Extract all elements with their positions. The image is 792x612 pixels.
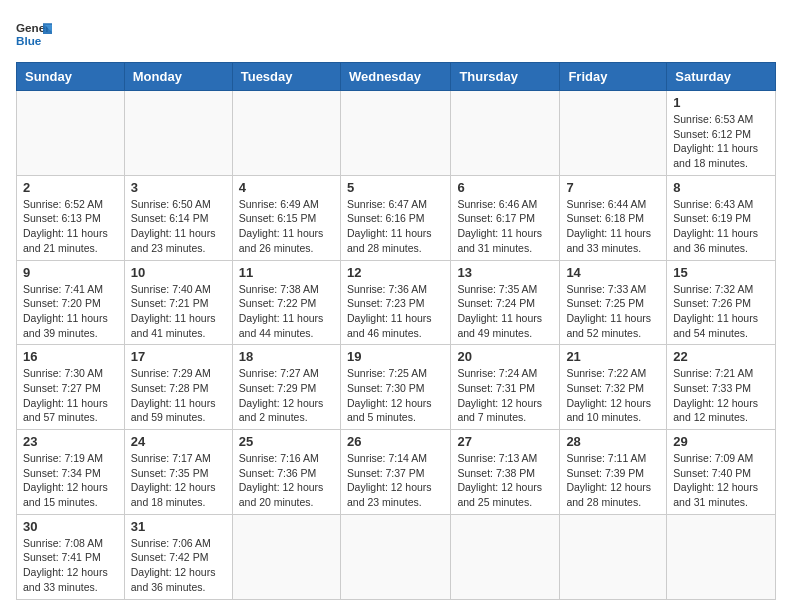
calendar-cell: 15Sunrise: 7:32 AM Sunset: 7:26 PM Dayli… <box>667 260 776 345</box>
calendar-cell: 31Sunrise: 7:06 AM Sunset: 7:42 PM Dayli… <box>124 514 232 599</box>
logo: General Blue <box>16 16 52 52</box>
day-number: 3 <box>131 180 226 195</box>
calendar-cell: 9Sunrise: 7:41 AM Sunset: 7:20 PM Daylig… <box>17 260 125 345</box>
day-number: 24 <box>131 434 226 449</box>
day-info: Sunrise: 7:32 AM Sunset: 7:26 PM Dayligh… <box>673 282 769 341</box>
calendar-cell: 13Sunrise: 7:35 AM Sunset: 7:24 PM Dayli… <box>451 260 560 345</box>
calendar-cell: 24Sunrise: 7:17 AM Sunset: 7:35 PM Dayli… <box>124 430 232 515</box>
calendar-week-3: 9Sunrise: 7:41 AM Sunset: 7:20 PM Daylig… <box>17 260 776 345</box>
calendar-week-5: 23Sunrise: 7:19 AM Sunset: 7:34 PM Dayli… <box>17 430 776 515</box>
day-info: Sunrise: 7:13 AM Sunset: 7:38 PM Dayligh… <box>457 451 553 510</box>
day-info: Sunrise: 6:50 AM Sunset: 6:14 PM Dayligh… <box>131 197 226 256</box>
day-info: Sunrise: 7:08 AM Sunset: 7:41 PM Dayligh… <box>23 536 118 595</box>
calendar-cell: 8Sunrise: 6:43 AM Sunset: 6:19 PM Daylig… <box>667 175 776 260</box>
day-info: Sunrise: 7:29 AM Sunset: 7:28 PM Dayligh… <box>131 366 226 425</box>
day-info: Sunrise: 7:14 AM Sunset: 7:37 PM Dayligh… <box>347 451 444 510</box>
day-info: Sunrise: 7:27 AM Sunset: 7:29 PM Dayligh… <box>239 366 334 425</box>
day-info: Sunrise: 6:44 AM Sunset: 6:18 PM Dayligh… <box>566 197 660 256</box>
calendar-cell: 26Sunrise: 7:14 AM Sunset: 7:37 PM Dayli… <box>340 430 450 515</box>
day-info: Sunrise: 7:41 AM Sunset: 7:20 PM Dayligh… <box>23 282 118 341</box>
day-info: Sunrise: 6:46 AM Sunset: 6:17 PM Dayligh… <box>457 197 553 256</box>
header: General Blue <box>16 16 776 52</box>
day-number: 4 <box>239 180 334 195</box>
day-info: Sunrise: 7:30 AM Sunset: 7:27 PM Dayligh… <box>23 366 118 425</box>
calendar-cell: 14Sunrise: 7:33 AM Sunset: 7:25 PM Dayli… <box>560 260 667 345</box>
calendar-cell <box>451 91 560 176</box>
day-info: Sunrise: 7:22 AM Sunset: 7:32 PM Dayligh… <box>566 366 660 425</box>
day-info: Sunrise: 7:40 AM Sunset: 7:21 PM Dayligh… <box>131 282 226 341</box>
calendar-week-2: 2Sunrise: 6:52 AM Sunset: 6:13 PM Daylig… <box>17 175 776 260</box>
svg-text:Blue: Blue <box>16 34 42 47</box>
calendar-cell: 2Sunrise: 6:52 AM Sunset: 6:13 PM Daylig… <box>17 175 125 260</box>
day-number: 27 <box>457 434 553 449</box>
day-number: 30 <box>23 519 118 534</box>
day-number: 6 <box>457 180 553 195</box>
day-number: 9 <box>23 265 118 280</box>
day-info: Sunrise: 6:49 AM Sunset: 6:15 PM Dayligh… <box>239 197 334 256</box>
day-header-monday: Monday <box>124 63 232 91</box>
calendar-cell: 18Sunrise: 7:27 AM Sunset: 7:29 PM Dayli… <box>232 345 340 430</box>
calendar-cell <box>560 514 667 599</box>
day-number: 5 <box>347 180 444 195</box>
day-info: Sunrise: 7:06 AM Sunset: 7:42 PM Dayligh… <box>131 536 226 595</box>
calendar-cell: 17Sunrise: 7:29 AM Sunset: 7:28 PM Dayli… <box>124 345 232 430</box>
day-info: Sunrise: 7:36 AM Sunset: 7:23 PM Dayligh… <box>347 282 444 341</box>
day-number: 20 <box>457 349 553 364</box>
calendar-week-1: 1Sunrise: 6:53 AM Sunset: 6:12 PM Daylig… <box>17 91 776 176</box>
day-number: 28 <box>566 434 660 449</box>
calendar-cell: 1Sunrise: 6:53 AM Sunset: 6:12 PM Daylig… <box>667 91 776 176</box>
day-header-tuesday: Tuesday <box>232 63 340 91</box>
calendar-week-6: 30Sunrise: 7:08 AM Sunset: 7:41 PM Dayli… <box>17 514 776 599</box>
day-info: Sunrise: 7:33 AM Sunset: 7:25 PM Dayligh… <box>566 282 660 341</box>
calendar-cell: 28Sunrise: 7:11 AM Sunset: 7:39 PM Dayli… <box>560 430 667 515</box>
day-info: Sunrise: 7:16 AM Sunset: 7:36 PM Dayligh… <box>239 451 334 510</box>
calendar-cell: 11Sunrise: 7:38 AM Sunset: 7:22 PM Dayli… <box>232 260 340 345</box>
calendar: SundayMondayTuesdayWednesdayThursdayFrid… <box>16 62 776 600</box>
day-info: Sunrise: 6:43 AM Sunset: 6:19 PM Dayligh… <box>673 197 769 256</box>
calendar-cell: 6Sunrise: 6:46 AM Sunset: 6:17 PM Daylig… <box>451 175 560 260</box>
day-info: Sunrise: 7:35 AM Sunset: 7:24 PM Dayligh… <box>457 282 553 341</box>
calendar-cell <box>340 91 450 176</box>
day-number: 2 <box>23 180 118 195</box>
day-info: Sunrise: 6:52 AM Sunset: 6:13 PM Dayligh… <box>23 197 118 256</box>
day-header-saturday: Saturday <box>667 63 776 91</box>
calendar-header-row: SundayMondayTuesdayWednesdayThursdayFrid… <box>17 63 776 91</box>
calendar-cell: 27Sunrise: 7:13 AM Sunset: 7:38 PM Dayli… <box>451 430 560 515</box>
day-number: 1 <box>673 95 769 110</box>
day-number: 21 <box>566 349 660 364</box>
calendar-cell <box>232 91 340 176</box>
day-info: Sunrise: 7:11 AM Sunset: 7:39 PM Dayligh… <box>566 451 660 510</box>
day-header-sunday: Sunday <box>17 63 125 91</box>
day-info: Sunrise: 7:19 AM Sunset: 7:34 PM Dayligh… <box>23 451 118 510</box>
calendar-cell: 19Sunrise: 7:25 AM Sunset: 7:30 PM Dayli… <box>340 345 450 430</box>
day-info: Sunrise: 6:47 AM Sunset: 6:16 PM Dayligh… <box>347 197 444 256</box>
calendar-cell: 20Sunrise: 7:24 AM Sunset: 7:31 PM Dayli… <box>451 345 560 430</box>
day-number: 23 <box>23 434 118 449</box>
calendar-week-4: 16Sunrise: 7:30 AM Sunset: 7:27 PM Dayli… <box>17 345 776 430</box>
calendar-cell: 25Sunrise: 7:16 AM Sunset: 7:36 PM Dayli… <box>232 430 340 515</box>
day-info: Sunrise: 7:38 AM Sunset: 7:22 PM Dayligh… <box>239 282 334 341</box>
calendar-cell: 30Sunrise: 7:08 AM Sunset: 7:41 PM Dayli… <box>17 514 125 599</box>
day-info: Sunrise: 7:24 AM Sunset: 7:31 PM Dayligh… <box>457 366 553 425</box>
day-number: 8 <box>673 180 769 195</box>
day-number: 7 <box>566 180 660 195</box>
calendar-cell: 16Sunrise: 7:30 AM Sunset: 7:27 PM Dayli… <box>17 345 125 430</box>
day-number: 31 <box>131 519 226 534</box>
calendar-cell <box>667 514 776 599</box>
day-header-wednesday: Wednesday <box>340 63 450 91</box>
calendar-cell: 12Sunrise: 7:36 AM Sunset: 7:23 PM Dayli… <box>340 260 450 345</box>
logo-icon: General Blue <box>16 16 52 52</box>
calendar-cell: 7Sunrise: 6:44 AM Sunset: 6:18 PM Daylig… <box>560 175 667 260</box>
calendar-cell <box>124 91 232 176</box>
calendar-cell: 4Sunrise: 6:49 AM Sunset: 6:15 PM Daylig… <box>232 175 340 260</box>
calendar-cell <box>232 514 340 599</box>
day-info: Sunrise: 7:09 AM Sunset: 7:40 PM Dayligh… <box>673 451 769 510</box>
calendar-cell: 5Sunrise: 6:47 AM Sunset: 6:16 PM Daylig… <box>340 175 450 260</box>
day-header-friday: Friday <box>560 63 667 91</box>
calendar-cell: 21Sunrise: 7:22 AM Sunset: 7:32 PM Dayli… <box>560 345 667 430</box>
day-number: 15 <box>673 265 769 280</box>
calendar-cell: 10Sunrise: 7:40 AM Sunset: 7:21 PM Dayli… <box>124 260 232 345</box>
day-number: 26 <box>347 434 444 449</box>
day-info: Sunrise: 7:25 AM Sunset: 7:30 PM Dayligh… <box>347 366 444 425</box>
day-number: 19 <box>347 349 444 364</box>
